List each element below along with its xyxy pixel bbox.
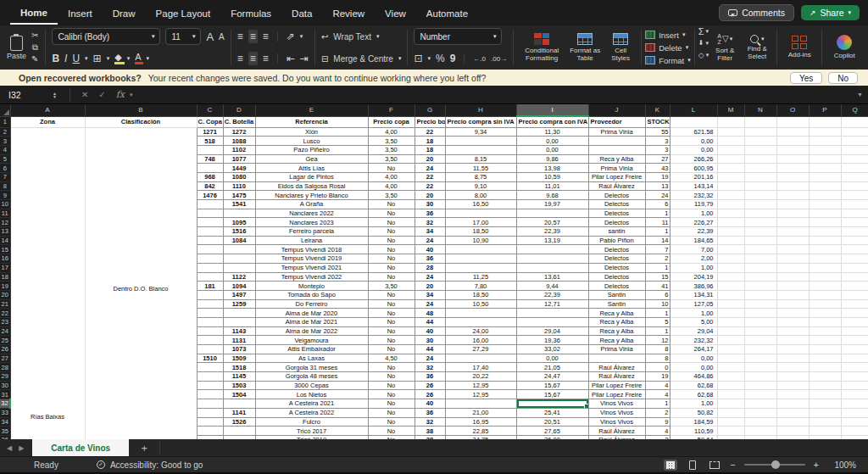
cell-I12[interactable]: 20,57 — [516, 218, 588, 227]
cell-C35[interactable] — [197, 427, 223, 436]
cell-D6[interactable]: 1449 — [223, 164, 255, 173]
cell-L30[interactable]: 62,68 — [670, 381, 717, 390]
cell-F29[interactable]: No — [368, 372, 415, 382]
cell-L2[interactable]: 621,58 — [670, 127, 717, 137]
cell-M32[interactable] — [717, 399, 744, 409]
cell-F26[interactable]: No — [368, 345, 415, 354]
cell-C24[interactable] — [197, 326, 223, 336]
cell-Q19[interactable] — [841, 282, 868, 291]
cell-O21[interactable] — [776, 299, 809, 309]
cell-M17[interactable] — [717, 263, 744, 272]
row-header-17[interactable]: 17 — [0, 263, 10, 272]
cell-M28[interactable] — [717, 363, 744, 372]
cell-D16[interactable] — [223, 254, 255, 264]
cell-A13[interactable] — [10, 227, 85, 237]
cell-I2[interactable]: 11,30 — [516, 127, 588, 137]
cell-I26[interactable]: 33,02 — [516, 345, 588, 354]
cell-I28[interactable]: 21,05 — [516, 363, 588, 372]
cell-A27[interactable] — [10, 354, 85, 363]
cell-K21[interactable]: 10 — [645, 299, 670, 309]
cell-B9[interactable] — [85, 191, 197, 200]
cell-J17[interactable]: Delectos — [588, 263, 645, 272]
cell-F33[interactable]: No — [368, 408, 415, 417]
cell-C28[interactable] — [197, 363, 223, 372]
cell-P25[interactable] — [809, 336, 841, 345]
cell-K19[interactable]: 41 — [645, 282, 670, 291]
cell-K8[interactable]: 13 — [645, 181, 670, 191]
cell-A30[interactable] — [10, 381, 85, 390]
cell-G13[interactable]: 34 — [415, 227, 445, 237]
underline-button[interactable]: U — [72, 53, 80, 64]
cell-O22[interactable] — [776, 309, 809, 318]
cell-N22[interactable] — [744, 309, 776, 318]
cell-Q28[interactable] — [841, 363, 868, 372]
cell-H8[interactable]: 9,10 — [445, 181, 516, 191]
cell-Q29[interactable] — [841, 372, 868, 382]
cell-P18[interactable] — [809, 272, 841, 282]
cell-D5[interactable]: 1077 — [223, 154, 255, 164]
tab-automate[interactable]: Automate — [416, 3, 478, 24]
cell-P27[interactable] — [809, 354, 841, 363]
cell-L32[interactable]: 1,00 — [670, 399, 717, 409]
cell-F23[interactable]: No — [368, 317, 415, 326]
cell-I25[interactable]: 19,36 — [516, 336, 588, 345]
cell-A18[interactable] — [10, 272, 85, 282]
cell-B27[interactable] — [85, 354, 197, 363]
cell-A7[interactable] — [10, 172, 85, 181]
name-box-spinner[interactable]: ▲▼ — [53, 92, 57, 98]
font-name-dropdown[interactable]: Calibri (Body) ▾ — [52, 28, 160, 45]
cell-H35[interactable]: 22,85 — [445, 427, 516, 436]
cell-I13[interactable]: 22,39 — [516, 227, 588, 237]
cell-G16[interactable]: 36 — [415, 254, 445, 264]
cell-M4[interactable] — [717, 145, 744, 154]
chevron-down-icon[interactable]: ▾ — [107, 55, 110, 62]
cell-J26[interactable]: Prima Vinia — [588, 345, 645, 354]
cell-J9[interactable]: Delectos — [588, 191, 645, 200]
cell-I34[interactable]: 20,51 — [516, 417, 588, 427]
cell-E19[interactable]: Montepio — [255, 282, 368, 291]
cell-E25[interactable]: Veigamoura — [255, 336, 368, 345]
cell-G3[interactable]: 18 — [415, 137, 445, 146]
cell-F11[interactable]: No — [368, 209, 415, 218]
cell-E20[interactable]: Tomada do Sapo — [255, 290, 368, 299]
cell-Q14[interactable] — [841, 236, 868, 245]
cell-K12[interactable]: 11 — [645, 218, 670, 227]
cell-E1[interactable]: Referencia — [255, 116, 368, 127]
cell-N26[interactable] — [744, 345, 776, 354]
cell-K4[interactable]: 3 — [645, 145, 670, 154]
cell-J22[interactable]: Reca y Alba — [588, 309, 645, 318]
cell-N23[interactable] — [744, 317, 776, 326]
cell-B3[interactable] — [85, 137, 197, 146]
cell-A22[interactable] — [10, 309, 85, 318]
cell-O32[interactable] — [776, 399, 809, 409]
cell-A5[interactable] — [10, 154, 85, 164]
cell-H7[interactable]: 8,75 — [445, 172, 516, 181]
formula-bar-expand-icon[interactable]: ▼ — [857, 92, 868, 98]
cell-M5[interactable] — [717, 154, 744, 164]
cell-styles-button[interactable]: Cell Styles — [604, 25, 637, 70]
cell-N31[interactable] — [744, 390, 776, 399]
cell-B18[interactable] — [85, 272, 197, 282]
cell-D24[interactable]: 1143 — [223, 326, 255, 336]
zoom-in-button[interactable]: + — [814, 460, 819, 470]
cell-B4[interactable] — [85, 145, 197, 154]
cell-M26[interactable] — [717, 345, 744, 354]
cell-G35[interactable]: 38 — [415, 427, 445, 436]
cell-D27[interactable]: 1509 — [223, 354, 255, 363]
cell-F1[interactable]: Precio copa — [368, 116, 415, 127]
row-header-18[interactable]: 18 — [0, 272, 10, 282]
borders-icon[interactable]: ⊞ — [93, 53, 102, 64]
column-header-O[interactable]: O — [776, 104, 809, 116]
tab-draw[interactable]: Draw — [103, 3, 146, 24]
row-header-27[interactable]: 27 — [0, 354, 10, 363]
cell-B26[interactable] — [85, 345, 197, 354]
cell-I32[interactable] — [516, 399, 588, 409]
increase-decimal-icon[interactable]: .00→ — [491, 55, 507, 63]
accounting-format-icon[interactable]: ⊡ — [414, 53, 422, 64]
cell-P15[interactable] — [809, 245, 841, 254]
cell-E15[interactable]: Tempus Vivendi 2018 — [255, 245, 368, 254]
cell-G6[interactable]: 24 — [415, 164, 445, 173]
cell-I1[interactable]: Precio compra con IVA — [516, 116, 588, 127]
cell-K32[interactable]: 1 — [645, 399, 670, 409]
cell-C14[interactable] — [197, 236, 223, 245]
